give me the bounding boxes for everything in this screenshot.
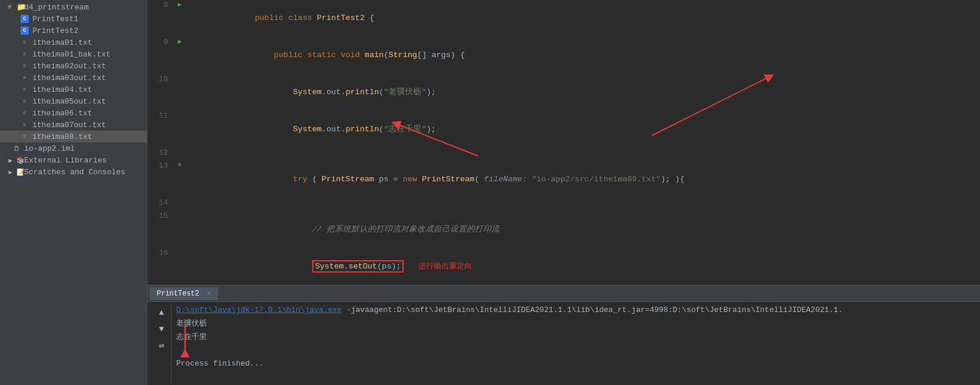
file-icon: ≡ [20,85,29,94]
sidebar-item-label: itheima02out.txt [32,62,106,71]
line-number: 15 [147,211,174,248]
line-gutter [174,111,186,148]
line-code: // 把系统默认的打印流对象改成自己设置的打印流 [186,211,980,248]
console-output-line-2: 志在千里 [176,331,975,344]
sidebar-item-label: itheima08.txt [32,132,92,141]
table-row: 16 System.setOut(ps); 进行输出重定向 [147,248,980,285]
table-row: 10 System.out.println("老骥伏枥"); [147,74,980,111]
library-icon: ▶ 📚 [12,155,21,165]
file-icon: ≡ [20,61,29,71]
sidebar-item-d4-printstream[interactable]: ▼ 📁 d4_printstream [0,1,147,13]
console-tab-close[interactable]: × [207,291,210,297]
scroll-down-button[interactable]: ▼ [156,323,167,335]
sidebar-item-label: itheima01.txt [32,38,92,47]
scratch-icon: ▶ 📝 [12,167,21,177]
line-gutter [174,74,186,111]
console-tab-printtest2[interactable]: PrintTest2 × [150,287,218,300]
project-sidebar: ▼ 📁 d4_printstream C PrintTest1 C PrintT… [0,0,147,385]
file-icon: ≡ [20,97,29,106]
folder-icon: ▼ 📁 [12,2,21,12]
sidebar-item-label: itheima03out.txt [32,74,106,82]
line-number: 11 [147,111,174,148]
line-code: System.setOut(ps); 进行输出重定向 [186,248,980,285]
class-icon: C [20,14,29,24]
table-row: 14 [147,198,980,211]
sidebar-item-label: itheima06.txt [32,109,92,118]
table-row: 13 ⊕ try ( PrintStream ps = new PrintStr… [147,161,980,198]
java-args: -javaagent:D:\soft\JetBrains\IntelliJIDE… [347,306,843,314]
sidebar-item-external-libraries[interactable]: ▶ 📚 External Libraries [0,154,147,166]
code-table: 8 ▶ public class PrintTest2 { 9 ▶ public… [147,0,980,285]
code-editor[interactable]: 8 ▶ public class PrintTest2 { 9 ▶ public… [147,0,980,285]
line-code: System.out.println("老骥伏枥"); [186,74,980,111]
line-number: 14 [147,198,174,211]
line-gutter: ▶ [174,37,186,74]
sidebar-item-itheima01[interactable]: ≡ itheima01.txt [0,36,147,48]
bottom-panel: PrintTest2 × ▲ ▼ ⇌ [147,285,980,385]
table-row: 15 // 把系统默认的打印流对象改成自己设置的打印流 [147,211,980,248]
line-number: 12 [147,148,174,161]
bottom-tabs-bar: PrintTest2 × [147,286,980,302]
line-number: 10 [147,74,174,111]
table-row: 8 ▶ public class PrintTest2 { [147,0,980,37]
sidebar-item-itheima03out[interactable]: ≡ itheima03out.txt [0,72,147,84]
line-gutter: ▶ [174,0,186,37]
scroll-up-button[interactable]: ▲ [156,307,167,318]
sidebar-item-label: itheima01_bak.txt [32,50,111,59]
file-icon: ≡ [20,120,29,130]
main-layout: ▼ 📁 d4_printstream C PrintTest1 C PrintT… [0,0,980,385]
line-code [186,198,980,211]
console-process-line: Process finished... [176,358,975,370]
sidebar-item-label: PrintTest1 [32,15,78,24]
line-gutter [174,248,186,285]
sidebar-item-itheima07out[interactable]: ≡ itheima07out.txt [0,119,147,131]
sidebar-item-itheima08[interactable]: ≡ itheima08.txt [0,131,147,142]
line-number: 9 [147,37,174,74]
sidebar-item-scratches[interactable]: ▶ 📝 Scratches and Consoles [0,166,147,178]
sidebar-item-itheima04[interactable]: ≡ itheima04.txt [0,84,147,95]
java-exe-link[interactable]: D:\soft\Java\jdk-17.0.1\bin\java.exe [176,306,342,314]
line-gutter [174,211,186,248]
sidebar-item-label: PrintTest2 [32,26,78,35]
file-icon: ≡ [20,49,29,59]
sidebar-item-printtest2[interactable]: C PrintTest2 [0,25,147,36]
wrap-output-button[interactable]: ⇌ [156,340,167,351]
sidebar-item-itheima05out[interactable]: ≡ itheima05out.txt [0,95,147,107]
line-gutter: ⊕ [174,161,186,198]
line-number: 13 [147,161,174,198]
line-code: public static void main(String[] args) { [186,37,980,74]
sidebar-item-itheima02out[interactable]: ≡ itheima02out.txt [0,60,147,72]
console-content: ▲ ▼ ⇌ D:\soft\Java [147,302,980,385]
console-output-line-3 [176,344,975,357]
table-row: 12 [147,148,980,161]
line-code [186,148,980,161]
line-number: 16 [147,248,174,285]
file-icon: ≡ [20,132,29,141]
line-gutter [174,148,186,161]
editor-area: 8 ▶ public class PrintTest2 { 9 ▶ public… [147,0,980,385]
iml-icon: 🗒 [12,144,21,153]
line-gutter [174,198,186,211]
file-icon: ≡ [20,38,29,47]
line-code: try ( PrintStream ps = new PrintStream( … [186,161,980,198]
sidebar-item-label: Scratches and Consoles [24,168,126,177]
table-row: 11 System.out.println("志在千里"); [147,111,980,148]
sidebar-item-label: d4_printstream [24,3,88,12]
console-left-buttons: ▲ ▼ ⇌ [152,304,171,383]
sidebar-item-label: itheima04.txt [32,85,92,94]
console-text-area: D:\soft\Java\jdk-17.0.1\bin\java.exe -ja… [176,304,975,383]
sidebar-item-printtest1[interactable]: C PrintTest1 [0,13,147,25]
console-output-line-1: 老骥伏枥 [176,318,975,330]
line-code: public class PrintTest2 { [186,0,980,37]
line-number: 8 [147,0,174,37]
sidebar-item-label: itheima05out.txt [32,97,106,106]
file-icon: ≡ [20,73,29,82]
sidebar-item-label: itheima07out.txt [32,121,106,130]
table-row: 9 ▶ public static void main(String[] arg… [147,37,980,74]
sidebar-item-itheima06[interactable]: ≡ itheima06.txt [0,107,147,119]
class-icon: C [20,26,29,35]
sidebar-item-itheima01bak[interactable]: ≡ itheima01_bak.txt [0,48,147,60]
sidebar-item-ioappiml[interactable]: 🗒 io-app2.iml [0,142,147,154]
console-command-line: D:\soft\Java\jdk-17.0.1\bin\java.exe -ja… [176,304,975,317]
sidebar-item-label: io-app2.iml [24,144,75,153]
